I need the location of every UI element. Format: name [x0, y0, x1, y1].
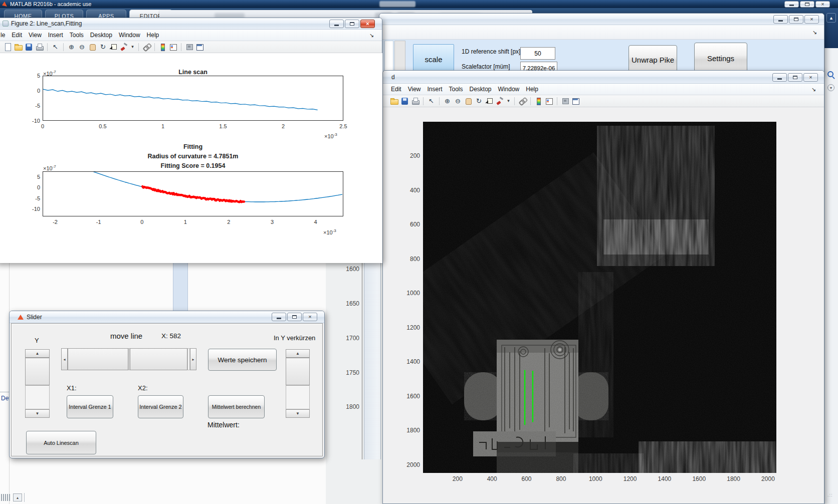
microscope-image[interactable] — [423, 122, 776, 473]
interval-grenze-1-button[interactable]: Interval Grenze 1 — [67, 395, 113, 418]
new-figure-icon[interactable] — [4, 43, 12, 51]
colorbar-icon[interactable] — [158, 43, 167, 51]
slider-minimize-button[interactable] — [272, 313, 286, 321]
fig2-maximize-button[interactable] — [345, 20, 359, 28]
print-icon[interactable] — [411, 97, 420, 105]
dock-window-icon[interactable] — [571, 97, 580, 105]
collapse-panel-button[interactable]: ▲ — [826, 13, 836, 23]
data-cursor-icon[interactable] — [109, 43, 118, 51]
open-icon[interactable] — [14, 43, 23, 51]
figure2-menubar: le Edit View Insert Tools Desktop Window… — [0, 30, 382, 41]
imgfig-minimize-button[interactable] — [772, 73, 787, 82]
menu-window[interactable]: Window — [498, 86, 520, 93]
menu-edit[interactable]: Edit — [391, 86, 401, 93]
open-icon[interactable] — [390, 97, 398, 105]
colorbar-icon[interactable] — [534, 97, 543, 105]
link-plot-icon[interactable] — [518, 97, 527, 105]
dock-window-icon[interactable] — [195, 43, 204, 51]
brush-dropdown-icon[interactable]: ▾ — [506, 97, 511, 105]
y-slider-thumb[interactable] — [25, 358, 50, 385]
menu-window[interactable]: Window — [119, 32, 140, 39]
y-slider-up[interactable]: ▲ — [25, 349, 50, 358]
menu-help[interactable]: Help — [526, 86, 538, 93]
imgfig-dock-icon[interactable]: ↘ — [811, 86, 816, 93]
pointer-icon[interactable]: ↖ — [427, 97, 436, 105]
brush-icon[interactable] — [496, 97, 504, 105]
save-values-button[interactable]: Werte speichern — [208, 349, 277, 371]
imgfig-restore-button[interactable] — [788, 73, 802, 82]
slider-restore-button[interactable] — [287, 313, 302, 321]
move-line-slider[interactable]: ◂ ▸ — [61, 348, 196, 370]
maximize-button[interactable] — [800, 1, 814, 8]
menu-view[interactable]: View — [408, 86, 421, 93]
scale-button[interactable]: scale — [413, 44, 454, 74]
zoom-out-icon[interactable]: ⊖ — [454, 97, 462, 105]
fig2-minimize-button[interactable] — [329, 20, 344, 28]
menu-desktop[interactable]: Desktop — [90, 32, 112, 39]
shorten-slider-up[interactable]: ▲ — [286, 349, 310, 358]
legend-icon[interactable] — [545, 97, 553, 105]
brush-dropdown-icon[interactable]: ▾ — [130, 43, 135, 51]
rotate-icon[interactable]: ↻ — [475, 97, 483, 105]
legend-icon[interactable] — [169, 43, 177, 51]
fig2-dock-icon[interactable]: ↘ — [369, 32, 374, 39]
rotate-icon[interactable]: ↻ — [99, 43, 107, 51]
fig2-close-button[interactable]: × — [360, 20, 375, 28]
menu-view[interactable]: View — [29, 32, 42, 39]
hidden-scrollbar[interactable] — [173, 262, 188, 316]
image-figure-title-fragment: d — [391, 74, 395, 81]
interval-grenze-2-button[interactable]: Interval Grenze 2 — [138, 395, 183, 418]
scroll-up-button[interactable]: ▴ — [13, 493, 22, 501]
slider-right-arrow[interactable]: ▸ — [190, 348, 196, 370]
close-button[interactable]: × — [815, 1, 830, 8]
y-slider[interactable]: ▲ ▼ — [25, 349, 50, 418]
imgfig-close-button[interactable]: × — [803, 73, 818, 82]
gui-minimize-button[interactable] — [773, 15, 788, 24]
shorten-y-slider[interactable]: ▲ ▼ — [286, 349, 310, 418]
auto-linescan-button[interactable]: Auto Linescan — [26, 431, 96, 454]
image-figure-menubar: Edit View Insert Tools Desktop Window He… — [383, 84, 824, 95]
data-cursor-icon[interactable] — [485, 97, 494, 105]
slider-close-button[interactable]: × — [303, 313, 317, 321]
slider-thumb-b[interactable] — [130, 348, 187, 370]
gui-close-button[interactable]: × — [804, 15, 819, 24]
matlab-title: MATLAB R2016b - academic use — [10, 1, 91, 7]
brush-icon[interactable] — [120, 43, 128, 51]
hscroll-grip[interactable]: ▴ — [0, 493, 30, 502]
menu-edit[interactable]: Edit — [12, 32, 22, 39]
dock-figure-icon[interactable] — [185, 43, 193, 51]
pan-icon[interactable] — [464, 97, 473, 105]
minimize-button[interactable] — [784, 1, 799, 8]
pointer-icon[interactable]: ↖ — [51, 43, 60, 51]
gui-dock-icon[interactable]: ↘ — [812, 29, 817, 36]
settings-button[interactable]: Settings — [694, 43, 747, 74]
menu-insert[interactable]: Insert — [48, 32, 63, 39]
shorten-slider-thumb[interactable] — [286, 358, 310, 385]
mittelwert-berechnen-button[interactable]: Mittelwert berechnen — [208, 395, 265, 418]
link-plot-icon[interactable] — [142, 43, 151, 51]
zoom-in-icon[interactable]: ⊕ — [443, 97, 452, 105]
menu-help[interactable]: Help — [147, 32, 159, 39]
slider-left-arrow[interactable]: ◂ — [61, 348, 68, 370]
plot1-title: Line scan — [118, 69, 268, 76]
y-slider-down[interactable]: ▼ — [25, 409, 50, 418]
menu-insert[interactable]: Insert — [427, 86, 442, 93]
menu-tools[interactable]: Tools — [449, 86, 463, 93]
zoom-out-icon[interactable]: ⊖ — [78, 43, 86, 51]
hidden-vscrollbar[interactable] — [364, 262, 381, 459]
menu-tools[interactable]: Tools — [70, 32, 84, 39]
shorten-slider-down[interactable]: ▼ — [286, 409, 310, 418]
ref-shift-input[interactable] — [520, 47, 555, 60]
save-icon[interactable] — [25, 43, 33, 51]
pan-icon[interactable] — [88, 43, 97, 51]
tick-label: 2.5 — [339, 123, 347, 129]
circle-chevron-icon[interactable]: ▾ — [827, 84, 834, 91]
gui-restore-button[interactable] — [789, 15, 803, 24]
save-icon[interactable] — [400, 97, 409, 105]
slider-thumb-a[interactable] — [68, 348, 128, 370]
print-icon[interactable] — [35, 43, 44, 51]
menu-desktop[interactable]: Desktop — [470, 86, 492, 93]
zoom-in-icon[interactable]: ⊕ — [67, 43, 76, 51]
menu-file-clipped[interactable]: le — [1, 32, 5, 39]
dock-figure-icon[interactable] — [561, 97, 569, 105]
